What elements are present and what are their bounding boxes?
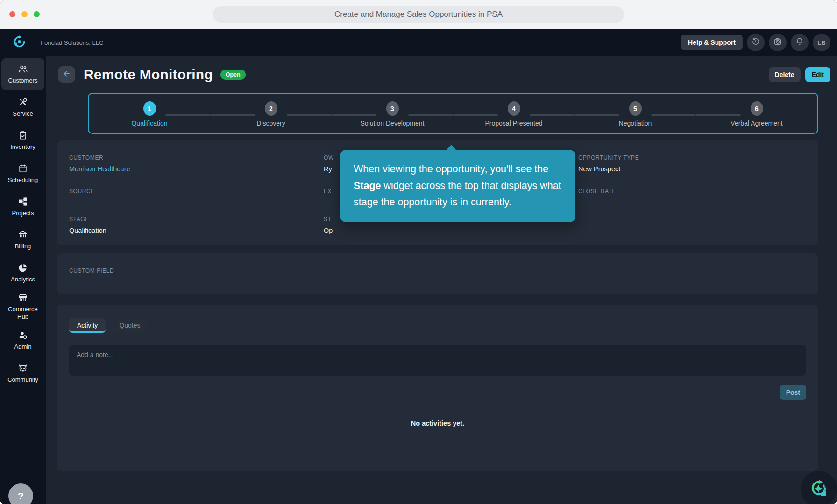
window-chrome: Create and Manage Sales Opportunities in… [0,0,837,29]
stage-step-discovery[interactable]: 2 Discovery [210,101,332,127]
sidebar-item-label: Commerce Hub [2,306,43,321]
user-avatar[interactable]: LB [813,34,830,51]
app-header: Ironclad Solutions, LLC Help & Support [0,29,837,56]
ai-assistant-button[interactable] [801,471,837,504]
sidebar-item-inventory[interactable]: Inventory [1,125,44,156]
minimize-window-button[interactable] [21,11,28,17]
stage-label: Verbal Agreement [731,119,782,127]
timer-box-icon [773,37,782,48]
avatar-initials: LB [817,39,825,46]
stage-label: Proposal Presented [485,119,543,127]
customers-icon [18,64,28,74]
arrow-left-icon [62,69,71,80]
commerce-hub-icon [18,293,28,303]
stage-number: 2 [265,101,277,116]
tooltip-arrow-up [447,145,456,150]
back-button[interactable] [58,66,75,83]
field-label: STAGE [69,216,324,223]
admin-icon [18,330,28,340]
tab-activity[interactable]: Activity [69,318,106,333]
sidebar-item-community[interactable]: Community [1,357,44,389]
window-title: Create and Manage Sales Opportunities in… [213,6,624,23]
app-window: Create and Manage Sales Opportunities in… [0,0,837,504]
notifications-button[interactable] [791,34,809,51]
sidebar-item-analytics[interactable]: Analytics [1,257,44,289]
sidebar-nav: Customers Service Inventory [0,56,46,504]
bell-icon [795,37,804,48]
field-value: Op [324,227,578,235]
timesheet-button[interactable] [769,34,787,51]
status-badge: Open [220,70,246,80]
note-input[interactable] [69,345,806,376]
sidebar-item-projects[interactable]: Projects [1,191,44,223]
question-mark-icon: ? [18,490,24,502]
org-name: Ironclad Solutions, LLC [41,39,103,46]
tooltip-text: widget across the top that displays what… [354,180,561,208]
history-button[interactable] [747,34,765,51]
stage-widget: 1 Qualification 2 Discovery 3 Solution D… [88,93,818,134]
close-window-button[interactable] [9,11,15,17]
sidebar-item-billing[interactable]: Billing [1,224,44,256]
ai-sparkle-icon [809,478,829,500]
field-source: SOURCE [69,188,324,207]
sidebar-item-label: Analytics [11,276,35,283]
details-column-right: OPPORTUNITY TYPE New Prospect CLOSE DATE [578,154,806,235]
help-floating-button[interactable]: ? [8,483,33,504]
page-title-row: Remote Monitoring Open Delete Edit [46,56,837,87]
customer-link[interactable]: Morrison Healthcare [69,165,324,174]
field-value: Qualification [69,227,324,235]
field-stage: STAGE Qualification [69,216,324,235]
sidebar-item-label: Customers [8,77,38,84]
stage-step-qualification[interactable]: 1 Qualification [89,101,210,127]
sidebar-item-admin[interactable]: Admin [1,324,44,356]
stage-number: 6 [751,101,763,116]
traffic-lights [9,11,40,17]
sidebar-item-label: Community [7,376,38,384]
field-customer: CUSTOMER Morrison Healthcare [69,154,324,174]
stage-label: Qualification [131,119,167,127]
post-button[interactable]: Post [780,385,806,400]
empty-activities-text: No activities yet. [69,420,806,427]
field-label: OPPORTUNITY TYPE [578,154,806,161]
stage-label: Negotiation [619,119,652,127]
scheduling-icon [18,163,28,174]
sidebar-item-service[interactable]: Service [1,91,44,123]
field-value: New Prospect [578,165,806,174]
stage-label: Solution Development [361,119,425,127]
stage-coachmark-tooltip: When viewing the opportunity, you'll see… [340,150,575,222]
stage-number: 1 [143,101,156,116]
sidebar-item-label: Billing [15,243,31,250]
details-column-left: CUSTOMER Morrison Healthcare SOURCE STAG… [69,154,324,235]
sidebar-item-scheduling[interactable]: Scheduling [1,158,44,189]
stage-step-negotiation[interactable]: 5 Negotiation [575,101,696,127]
help-support-button[interactable]: Help & Support [681,35,743,50]
sidebar-item-label: Inventory [10,143,35,151]
edit-button[interactable]: Edit [805,67,830,82]
field-label: SOURCE [69,188,324,195]
billing-icon [18,230,28,240]
tab-quotes[interactable]: Quotes [111,318,148,333]
field-value [69,199,324,207]
delete-button[interactable]: Delete [769,67,801,82]
analytics-icon [18,263,28,273]
inventory-icon [18,130,28,140]
page-title: Remote Monitoring [84,67,213,83]
stage-step-proposal-presented[interactable]: 4 Proposal Presented [453,101,575,127]
field-label: CUSTOMER [69,154,324,161]
activity-card: Activity Quotes Post No activities yet. [57,305,818,471]
sidebar-item-label: Service [13,110,33,118]
sidebar-item-customers[interactable]: Customers [1,58,44,90]
tooltip-text: When viewing the opportunity, you'll see… [354,163,548,175]
stage-step-verbal-agreement[interactable]: 6 Verbal Agreement [696,101,817,127]
app-logo-icon [13,35,26,50]
sidebar-item-label: Projects [12,210,34,217]
main-content: Remote Monitoring Open Delete Edit 1 Qua… [46,56,837,504]
tooltip-text-bold: Stage [354,180,381,191]
field-label: CLOSE DATE [578,188,806,195]
zoom-window-button[interactable] [34,11,40,17]
custom-field-card: CUSTOM FIELD [57,253,818,294]
field-value [578,199,806,207]
sidebar-item-commerce-hub[interactable]: Commerce Hub [1,290,44,323]
stage-step-solution-development[interactable]: 3 Solution Development [332,101,453,127]
sidebar-item-label: Scheduling [8,176,38,184]
